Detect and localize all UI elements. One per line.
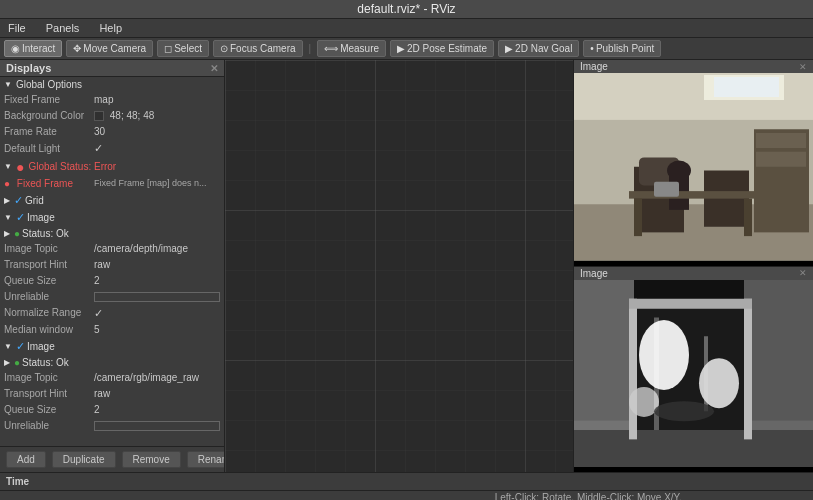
svg-rect-26 — [744, 298, 752, 439]
move-camera-button[interactable]: ✥ Move Camera — [66, 40, 153, 57]
image2-transport-row: Transport Hint raw — [0, 386, 224, 402]
time-label: Time — [6, 476, 29, 487]
add-button[interactable]: Add — [6, 451, 46, 468]
displays-content[interactable]: ▼ Global Options Fixed Frame map Backgro… — [0, 77, 224, 446]
image1-topic-label: Image Topic — [4, 241, 94, 257]
image2-unreliable-label: Unreliable — [4, 418, 94, 434]
displays-header: Displays ✕ — [0, 60, 224, 77]
displays-close-icon: ✕ — [210, 63, 218, 74]
svg-rect-18 — [744, 199, 752, 237]
image2-status-arrow: ▶ — [4, 358, 10, 367]
duplicate-button[interactable]: Duplicate — [52, 451, 116, 468]
image2-topic-value[interactable]: /camera/rgb/image_raw — [94, 370, 220, 386]
global-options-arrow: ▼ — [4, 80, 12, 89]
rename-button[interactable]: Rename — [187, 451, 225, 468]
grid-arrow: ▶ — [4, 196, 10, 205]
image2-queue-label: Queue Size — [4, 402, 94, 418]
grid-canvas[interactable] — [225, 60, 573, 472]
global-status-ff-value: Fixed Frame [map] does n... — [94, 176, 220, 190]
bottom-image-label: Image — [580, 268, 608, 279]
image1-queue-row: Queue Size 2 — [0, 273, 224, 289]
menu-file[interactable]: File — [4, 21, 30, 35]
frame-rate-label: Frame Rate — [4, 124, 94, 140]
image1-status-bullet: ● — [14, 228, 20, 239]
image1-topic-value[interactable]: /camera/depth/image — [94, 241, 220, 257]
hint-text: Left-Click: Rotate. Middle-Click: Move X… — [495, 492, 692, 500]
menu-bar: File Panels Help — [0, 19, 813, 38]
background-color-value: 48; 48; 48 — [94, 108, 220, 124]
left-panel: Displays ✕ ▼ Global Options Fixed Frame … — [0, 60, 225, 472]
image1-status-arrow: ▶ — [4, 229, 10, 238]
frame-rate-row: Frame Rate 30 — [0, 124, 224, 140]
svg-rect-19 — [654, 182, 679, 197]
image1-transport-row: Transport Hint raw — [0, 257, 224, 273]
status-bar: ROS Time: 1604483691.63 ROS Elapsed: 333… — [0, 490, 813, 500]
measure-button[interactable]: ⟺ Measure — [317, 40, 386, 57]
bottom-image-close-icon[interactable]: ✕ — [799, 268, 807, 278]
grid-section[interactable]: ▶ ✓ Grid — [0, 192, 224, 209]
image1-check[interactable]: ✓ — [16, 211, 25, 224]
depth-scene-svg — [574, 280, 813, 468]
status-bullet: ● — [4, 178, 10, 189]
hint-section: Left-Click: Rotate. Middle-Click: Move X… — [495, 492, 702, 500]
image2-transport-label: Transport Hint — [4, 386, 94, 402]
bottom-image-content — [574, 280, 813, 468]
image1-median-value[interactable]: 5 — [94, 322, 220, 338]
image1-normalize-value[interactable]: ✓ — [94, 305, 220, 323]
image2-queue-row: Queue Size 2 — [0, 402, 224, 418]
image1-normalize-label: Normalize Range — [4, 305, 94, 321]
image1-topic-row: Image Topic /camera/depth/image — [0, 241, 224, 257]
publish-point-button[interactable]: • Publish Point — [583, 40, 661, 57]
global-status-bullet: ● — [16, 160, 24, 174]
fixed-frame-value[interactable]: map — [94, 92, 220, 108]
grid-svg — [225, 60, 573, 472]
image2-topic-row: Image Topic /camera/rgb/image_raw — [0, 370, 224, 386]
pose-estimate-button[interactable]: ▶ 2D Pose Estimate — [390, 40, 494, 57]
image1-section[interactable]: ▼ ✓ Image — [0, 209, 224, 226]
image1-unreliable-label: Unreliable — [4, 289, 94, 305]
nav-goal-button[interactable]: ▶ 2D Nav Goal — [498, 40, 579, 57]
frame-rate-value[interactable]: 30 — [94, 124, 220, 140]
default-light-row: Default Light ✓ — [0, 140, 224, 158]
image2-queue-value[interactable]: 2 — [94, 402, 220, 418]
global-status-arrow: ▼ — [4, 162, 12, 171]
menu-panels[interactable]: Panels — [42, 21, 84, 35]
image2-status-section[interactable]: ▶ ● Status: Ok — [0, 355, 224, 370]
default-light-value[interactable]: ✓ — [94, 140, 220, 158]
image2-transport-value[interactable]: raw — [94, 386, 220, 402]
image1-transport-value[interactable]: raw — [94, 257, 220, 273]
background-color-label: Background Color — [4, 108, 94, 124]
top-image-close-icon[interactable]: ✕ — [799, 62, 807, 72]
svg-rect-22 — [574, 280, 634, 430]
svg-rect-25 — [629, 298, 637, 439]
grid-check[interactable]: ✓ — [14, 194, 23, 207]
svg-rect-16 — [629, 191, 759, 199]
color-swatch[interactable] — [94, 111, 104, 121]
menu-help[interactable]: Help — [95, 21, 126, 35]
center-panel[interactable] — [225, 60, 573, 472]
global-options-section[interactable]: ▼ Global Options — [0, 77, 224, 92]
top-image-content — [574, 73, 813, 261]
remove-button[interactable]: Remove — [122, 451, 181, 468]
image2-check[interactable]: ✓ — [16, 340, 25, 353]
image1-status-section[interactable]: ▶ ● Status: Ok — [0, 226, 224, 241]
image2-arrow: ▼ — [4, 342, 12, 351]
image1-unreliable-check[interactable] — [94, 292, 220, 302]
image2-section[interactable]: ▼ ✓ Image — [0, 338, 224, 355]
interact-button[interactable]: ◉ Interact — [4, 40, 62, 57]
global-status-section[interactable]: ▼ ● Global Status: Error — [0, 158, 224, 176]
select-button[interactable]: ◻ Select — [157, 40, 209, 57]
image2-label: Image — [27, 341, 55, 352]
svg-rect-17 — [634, 199, 642, 237]
main-layout: Displays ✕ ▼ Global Options Fixed Frame … — [0, 60, 813, 472]
top-image-panel: Image ✕ — [574, 60, 813, 267]
room-scene-svg — [574, 73, 813, 261]
toolbar-sep1: | — [307, 43, 314, 54]
svg-rect-27 — [629, 298, 752, 308]
image1-queue-value[interactable]: 2 — [94, 273, 220, 289]
bottom-image-header: Image ✕ — [574, 267, 813, 280]
image2-unreliable-check[interactable] — [94, 421, 220, 431]
focus-camera-button[interactable]: ⊙ Focus Camera — [213, 40, 303, 57]
right-panel: Image ✕ — [573, 60, 813, 472]
default-light-label: Default Light — [4, 141, 94, 157]
